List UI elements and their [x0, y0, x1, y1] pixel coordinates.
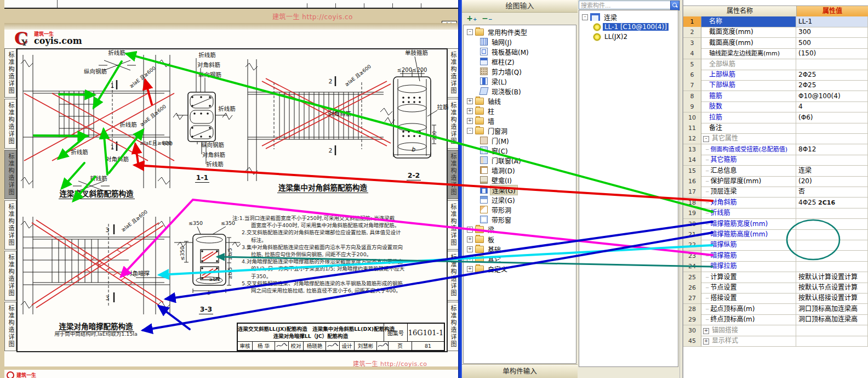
property-name[interactable]: 上部纵筋 [701, 70, 796, 81]
tree-item-剪力墙(Q)[interactable]: 剪力墙(Q) [464, 66, 576, 76]
component-item[interactable]: LL-1 [C10@100(4)] [579, 22, 678, 32]
expand-icon[interactable]: + [467, 98, 473, 104]
property-name[interactable]: ─侧面构造或受扭筋(总配筋值) [701, 144, 796, 155]
property-row[interactable]: 18─对角斜筋4Φ25 [683, 198, 868, 208]
tree-item-壁龛(I)[interactable]: 壁龛(I) [464, 175, 576, 185]
side-tab-right-5[interactable]: 标准构造详图 [447, 251, 459, 300]
property-value[interactable] [796, 123, 868, 134]
property-row[interactable]: 10拉筋(Φ6) [683, 112, 868, 123]
property-row[interactable]: 5全部纵筋 [683, 59, 868, 70]
property-name[interactable]: 肢数 [701, 101, 796, 112]
property-name[interactable]: ─搭接设置 [701, 293, 796, 304]
property-value[interactable] [796, 59, 868, 70]
tree-folder-基础[interactable]: +基础 [464, 244, 576, 254]
tree-item-框柱(Z)[interactable]: 框柱(Z) [464, 57, 576, 66]
property-value[interactable]: 否 [796, 187, 868, 198]
property-value[interactable]: 按默认搭接设置计算 [796, 293, 868, 304]
property-name[interactable]: ─对角斜筋 [701, 198, 796, 208]
side-tab-left-6[interactable]: 标准构造详图 [4, 302, 16, 351]
tree-folder-轴线[interactable]: +轴线 [464, 96, 576, 106]
side-tab-left-5[interactable]: 标准构造详图 [4, 251, 16, 300]
property-row[interactable]: 16─保护层厚度(mm)(20) [683, 176, 868, 187]
component-item[interactable]: LL(JX)2 [579, 32, 678, 42]
property-value[interactable]: 洞口顶标高加连梁高 [796, 314, 868, 325]
property-row[interactable]: 29─终点顶标高(m)洞口顶标高加连梁高 [683, 314, 868, 325]
side-tab-right-6[interactable]: 标准构造详图 [447, 302, 459, 351]
expand-icon[interactable]: + [703, 328, 709, 334]
property-name[interactable]: ─暗撑箍筋 [701, 251, 796, 262]
property-name[interactable]: 截面高度(mm) [701, 38, 796, 49]
property-row[interactable]: 22─暗撑纵筋 [683, 240, 868, 251]
side-tab-left-3[interactable]: 标准构造详图 [4, 150, 16, 199]
expand-icon[interactable]: + [467, 108, 473, 114]
property-value[interactable] [796, 208, 868, 219]
property-row[interactable]: 21─暗撑箍筋高度(mm) [683, 229, 868, 240]
property-value[interactable]: 300 [796, 27, 868, 38]
property-row[interactable]: 11备注 [683, 123, 868, 134]
property-value[interactable]: 4 [796, 101, 868, 112]
property-value[interactable] [796, 155, 868, 166]
tree-folder-门窗洞[interactable]: -门窗洞 [464, 126, 576, 136]
search-input[interactable] [579, 1, 672, 9]
property-value[interactable] [796, 251, 868, 262]
property-row[interactable]: 15─汇总信息连梁 [683, 166, 868, 177]
component-root-连梁[interactable]: -连梁 [579, 12, 678, 22]
property-name[interactable]: ─其它箍筋 [701, 155, 796, 166]
property-value[interactable]: (Φ6) [796, 112, 868, 123]
property-name[interactable]: 箍筋 [701, 91, 796, 102]
property-row[interactable]: 45+显示样式 [683, 336, 868, 347]
tree-item-墙洞(D)[interactable]: 墙洞(D) [464, 165, 576, 175]
property-value[interactable] [796, 133, 868, 144]
collapse-icon[interactable]: - [582, 14, 588, 20]
tree-item-门联窗(A)[interactable]: 门联窗(A) [464, 155, 576, 165]
property-name[interactable]: 下部纵筋 [701, 80, 796, 91]
property-name[interactable]: ─顶层连梁 [701, 187, 796, 198]
property-row[interactable]: 26─节点设置按默认节点设置计算 [683, 283, 868, 294]
tree-item-现浇板(B)[interactable]: 现浇板(B) [464, 86, 576, 96]
expand-icon[interactable]: + [467, 236, 473, 242]
property-row[interactable]: 14─其它箍筋 [683, 155, 868, 166]
property-value[interactable]: 2Φ25 [796, 70, 868, 81]
property-row[interactable]: 17─顶层连梁否 [683, 187, 868, 198]
tree-item-筏板基础(M)[interactable]: 筏板基础(M) [464, 47, 576, 57]
side-tab-right-2[interactable]: 标准构造详图 [447, 99, 459, 148]
property-name[interactable]: ─节点设置 [701, 283, 796, 294]
property-row[interactable]: 20─暗撑箍筋宽度(mm) [683, 219, 868, 230]
property-value[interactable]: 2Φ25 [796, 80, 868, 91]
property-row[interactable]: 1名称LL-1 [683, 16, 868, 27]
side-tab-left-4[interactable]: 标准构造详图 [4, 200, 16, 250]
property-row[interactable]: 28─起点顶标高(m)洞口顶标高加连梁高 [683, 304, 868, 315]
collapse-icon[interactable]: - [703, 136, 709, 142]
expand-icon[interactable]: + [467, 256, 473, 262]
property-name[interactable]: ─暗撑纵筋 [701, 240, 796, 251]
property-name[interactable]: ─暗撑拉筋 [701, 261, 796, 272]
property-name[interactable]: +显示样式 [701, 336, 796, 347]
property-name[interactable]: -其它属性 [701, 133, 796, 144]
window-divider[interactable] [458, 0, 462, 378]
property-name[interactable]: 名称 [701, 16, 796, 27]
property-name[interactable]: 全部纵筋 [701, 59, 796, 70]
expand-icon[interactable]: + [703, 338, 709, 345]
property-value[interactable]: 按默认计算设置计算 [796, 272, 868, 283]
property-row[interactable]: 8箍筋Φ10@100(4) [683, 91, 868, 102]
property-value[interactable] [796, 219, 868, 230]
search-icon[interactable] [670, 1, 679, 10]
property-name[interactable]: 备注 [701, 123, 796, 134]
property-value[interactable]: 连梁 [796, 166, 868, 177]
tree-item-窗(C)[interactable]: 窗(C) [464, 145, 576, 155]
property-value[interactable] [796, 325, 868, 336]
property-value[interactable] [796, 261, 868, 272]
tree-item-梁(L)[interactable]: 梁(L) [464, 76, 576, 86]
expand-icon[interactable]: + [467, 246, 473, 252]
property-name[interactable]: ─汇总信息 [701, 166, 796, 177]
expand-icon[interactable]: + [467, 118, 473, 124]
tree-folder-自定义[interactable]: +自定义 [464, 264, 576, 274]
collapse-icon[interactable]: - [467, 29, 473, 35]
tree-folder-梁[interactable]: +梁 [464, 224, 576, 234]
tree-folder-板[interactable]: +板 [464, 234, 576, 244]
property-value[interactable] [796, 240, 868, 251]
side-tab-right-1[interactable]: 标准构造详图 [447, 48, 459, 98]
property-value[interactable]: 8Φ12 [796, 144, 868, 155]
property-row[interactable]: 2截面宽度(mm)300 [683, 27, 868, 38]
property-row[interactable]: 6上部纵筋2Φ25 [683, 70, 868, 81]
